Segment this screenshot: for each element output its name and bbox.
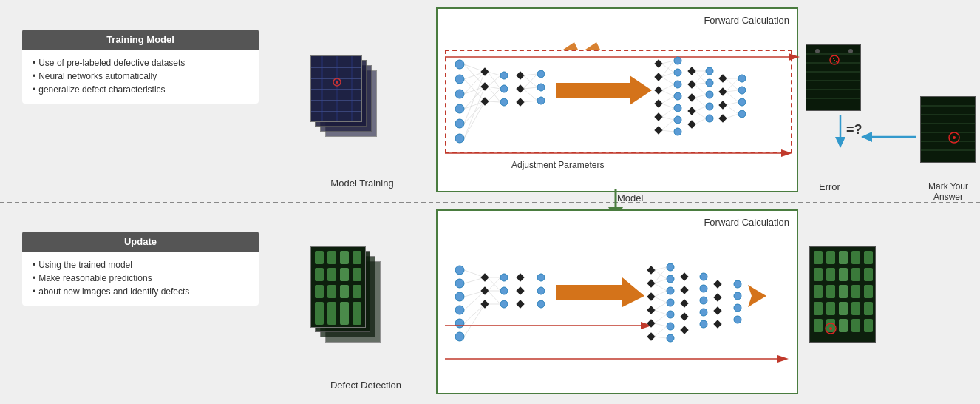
svg-rect-72 <box>687 80 695 88</box>
svg-rect-45 <box>654 59 662 67</box>
svg-line-70 <box>661 130 674 132</box>
svg-rect-231 <box>327 268 336 281</box>
svg-rect-255 <box>826 319 835 332</box>
svg-line-90 <box>695 118 706 124</box>
svg-point-76 <box>706 67 713 75</box>
col7 <box>674 57 681 135</box>
bottom-defect-detection-label: Defect Detection <box>325 380 406 391</box>
svg-rect-227 <box>315 285 324 298</box>
svg-point-219 <box>734 292 741 300</box>
svg-line-12 <box>464 64 485 87</box>
svg-line-30 <box>488 89 500 101</box>
svg-point-53 <box>674 81 681 88</box>
bullet-3: generalize defect characteristics <box>33 83 248 96</box>
svg-rect-180 <box>647 292 655 300</box>
svg-rect-215 <box>713 293 721 301</box>
svg-line-29 <box>488 101 500 102</box>
svg-rect-217 <box>713 320 721 328</box>
svg-point-220 <box>734 304 741 312</box>
svg-point-54 <box>674 92 681 100</box>
bot-col1 <box>455 266 464 341</box>
svg-rect-46 <box>654 73 662 81</box>
svg-line-89 <box>695 111 706 118</box>
col6 <box>654 59 662 134</box>
svg-point-2 <box>455 90 464 98</box>
svg-line-88 <box>695 107 706 111</box>
col2 <box>480 67 489 105</box>
svg-line-203 <box>654 337 667 338</box>
bot-col9 <box>700 273 707 328</box>
svg-rect-205 <box>680 286 688 294</box>
svg-line-40 <box>523 87 537 89</box>
svg-point-95 <box>738 75 746 82</box>
col8 <box>687 67 695 128</box>
svg-rect-240 <box>353 251 361 264</box>
svg-rect-73 <box>687 93 695 101</box>
svg-marker-132 <box>835 137 845 148</box>
top-mark-answer-label: Mark Your Answer <box>916 181 980 202</box>
svg-rect-261 <box>851 251 860 264</box>
svg-rect-93 <box>718 101 727 109</box>
svg-line-64 <box>661 90 674 96</box>
svg-point-164 <box>500 287 508 294</box>
svg-line-201 <box>654 323 667 326</box>
main-container: Training Model Use of pre-labeled defect… <box>0 0 980 404</box>
svg-point-55 <box>674 104 681 112</box>
svg-point-165 <box>500 300 508 308</box>
svg-point-190 <box>667 334 674 342</box>
svg-rect-234 <box>327 312 336 325</box>
svg-point-77 <box>706 79 713 87</box>
top-small-arrow-1 <box>563 42 578 50</box>
svg-rect-204 <box>680 272 688 280</box>
svg-point-129 <box>815 49 820 53</box>
svg-rect-208 <box>680 326 688 334</box>
svg-point-0 <box>455 60 464 69</box>
svg-rect-32 <box>516 84 524 92</box>
svg-rect-237 <box>340 285 349 298</box>
svg-point-79 <box>706 103 713 110</box>
bot-col3 <box>500 274 508 308</box>
svg-line-170 <box>488 291 500 304</box>
col10 <box>718 74 727 122</box>
svg-rect-94 <box>718 114 727 122</box>
svg-rect-257 <box>839 268 848 281</box>
top-stacked-images <box>310 55 377 174</box>
svg-point-51 <box>674 57 681 64</box>
svg-point-221 <box>734 316 741 323</box>
svg-marker-223 <box>777 355 789 363</box>
svg-line-105 <box>726 105 738 114</box>
bot-col7 <box>667 263 674 342</box>
svg-line-63 <box>661 84 674 90</box>
svg-rect-267 <box>864 268 873 281</box>
svg-rect-269 <box>864 302 873 315</box>
svg-point-80 <box>706 115 713 122</box>
svg-rect-250 <box>814 319 823 332</box>
svg-line-202 <box>654 326 667 337</box>
svg-point-272 <box>829 327 832 330</box>
svg-rect-71 <box>687 67 695 75</box>
svg-point-52 <box>674 69 681 76</box>
svg-point-175 <box>537 274 545 281</box>
svg-marker-108 <box>781 149 792 157</box>
svg-point-5 <box>455 134 464 143</box>
svg-line-87 <box>695 98 706 107</box>
bot-col2 <box>480 273 489 308</box>
top-nn-box: Forward Calculation Adjustment Parameter… <box>436 7 798 192</box>
svg-line-15 <box>464 101 485 109</box>
svg-point-21 <box>500 72 508 79</box>
bot-col11 <box>734 280 741 323</box>
training-model-header: Training Model <box>22 30 259 50</box>
svg-point-34 <box>537 70 545 78</box>
svg-point-213 <box>700 320 707 328</box>
svg-marker-44 <box>789 53 800 61</box>
svg-point-97 <box>738 98 746 106</box>
svg-rect-244 <box>353 312 361 325</box>
svg-point-148 <box>455 292 464 301</box>
svg-rect-263 <box>851 285 860 298</box>
update-bullet-1: Using the trained model <box>33 258 248 272</box>
col9 <box>706 67 713 122</box>
svg-rect-252 <box>826 268 835 281</box>
bot-col6 <box>647 266 655 340</box>
svg-line-16 <box>464 72 485 124</box>
svg-line-67 <box>661 108 674 117</box>
